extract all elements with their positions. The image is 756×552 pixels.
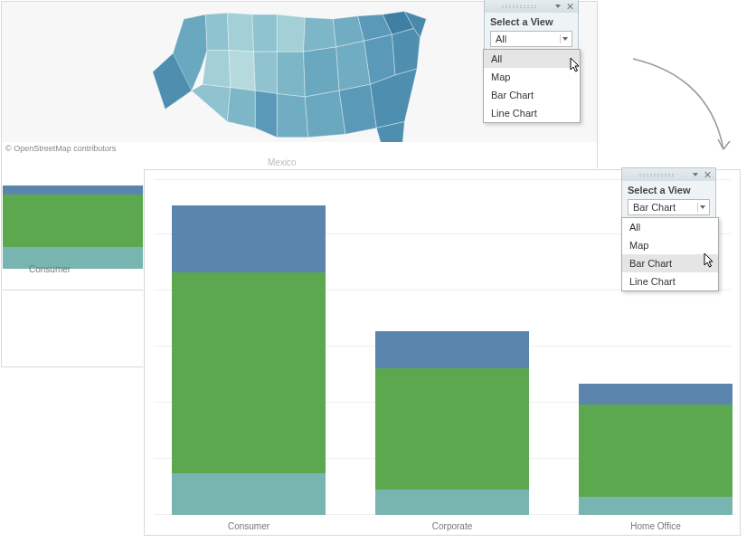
dropdown-front: All Map Bar Chart Line Chart — [621, 217, 719, 291]
param-select-back[interactable]: All — [490, 31, 572, 47]
dd-item-line[interactable]: Line Chart — [484, 104, 580, 122]
menu-caret-icon[interactable] — [691, 170, 700, 179]
dd-item-line[interactable]: Line Chart — [622, 272, 718, 290]
bar-segment — [172, 272, 326, 473]
parameter-control-front: Select a View Bar Chart — [621, 167, 716, 222]
bar-segment — [579, 384, 732, 404]
us-map — [146, 2, 445, 142]
select-caret-icon — [560, 34, 569, 43]
category-label: Consumer — [172, 521, 326, 531]
dd-item-all[interactable]: All — [622, 218, 718, 236]
dd-item-map[interactable]: Map — [622, 236, 718, 254]
dd-item-all[interactable]: All — [484, 50, 580, 68]
param-title: Select a View — [485, 13, 578, 29]
close-icon[interactable] — [704, 170, 713, 179]
grip-icon[interactable] — [625, 173, 687, 177]
mini-bar-seg-green — [3, 195, 146, 247]
param-title: Select a View — [622, 181, 715, 197]
param-selected-value: Bar Chart — [633, 202, 676, 213]
bar-segment — [375, 368, 529, 490]
map-attribution: © OpenStreetMap contributors — [5, 144, 116, 153]
dropdown-back: All Map Bar Chart Line Chart — [483, 49, 581, 123]
bar-segment — [172, 205, 326, 272]
param-select-front[interactable]: Bar Chart — [628, 199, 710, 215]
category-label: Home Office — [579, 521, 732, 531]
connector-arrow-icon — [624, 50, 751, 176]
mini-bar-label: Consumer — [29, 264, 71, 274]
bar-segment — [375, 331, 529, 369]
dd-item-bar[interactable]: Bar Chart — [484, 86, 580, 104]
bar-segment — [172, 473, 326, 515]
bar-segment — [579, 404, 732, 497]
menu-caret-icon[interactable] — [553, 2, 562, 11]
mini-bar-seg-blue — [3, 186, 146, 195]
dd-item-bar[interactable]: Bar Chart — [622, 254, 718, 272]
select-caret-icon — [697, 203, 706, 212]
grip-icon[interactable] — [487, 5, 550, 9]
category-label: Corporate — [375, 521, 529, 531]
param-selected-value: All — [496, 33, 506, 44]
param-header[interactable] — [622, 168, 715, 181]
bar-segment — [579, 497, 732, 515]
mini-bar-seg-teal — [3, 247, 146, 269]
dd-item-map[interactable]: Map — [484, 68, 580, 86]
close-icon[interactable] — [566, 2, 575, 11]
bar-segment — [375, 490, 529, 515]
panel-bar-chart-view: ConsumerCorporateHome Office Select a Vi… — [144, 169, 741, 536]
map-mexico-label: Mexico — [268, 157, 297, 167]
parameter-control-back: Select a View All — [484, 0, 579, 53]
param-header[interactable] — [485, 0, 578, 13]
